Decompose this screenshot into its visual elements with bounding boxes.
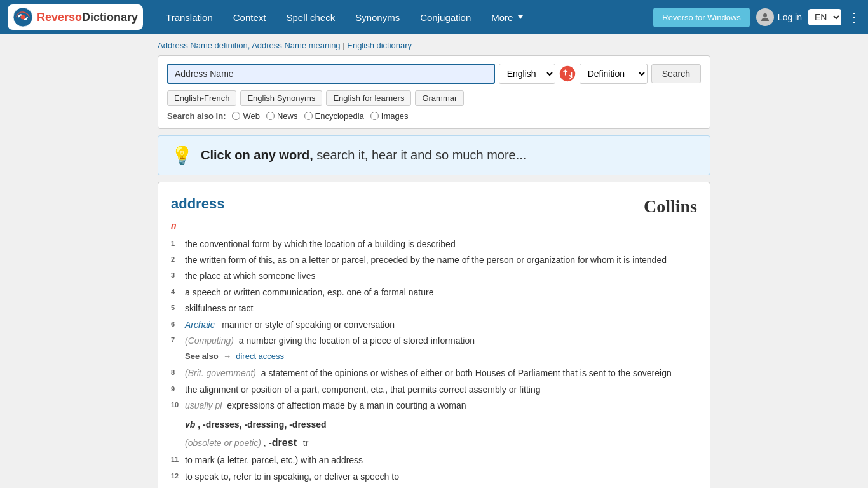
dict-btn-english-learners[interactable]: English for learners [326,90,411,106]
nav-translation[interactable]: Translation [156,0,223,34]
obs-label: (obsolete or poetic) [185,438,261,448]
def-item-7: 7 (Computing) a number giving the locati… [171,334,697,348]
breadcrumb-sep: | [342,41,344,50]
reverso-windows-button[interactable]: Reverso for Windows [653,8,750,27]
definition-type-dropdown[interactable]: Definition Translation [580,64,648,84]
def-item-5: 5 skilfulness or tact [171,301,697,315]
nav-links: Translation Context Spell check Synonyms… [156,0,653,34]
nav-context[interactable]: Context [223,0,276,34]
promo-icon: 💡 [171,145,193,166]
radio-web[interactable]: Web [232,111,260,121]
lang-selector[interactable]: EN [808,9,841,25]
verb-def-11: 11 to mark (a letter, parcel, etc.) with… [171,453,697,467]
nav-conjugation[interactable]: Conjugation [410,0,481,34]
vb-forms-obs: -drest [269,437,297,448]
word-title: address [171,193,697,215]
radio-images[interactable]: Images [370,111,409,121]
noun-definitions-list: 1 the conventional form by which the loc… [171,237,697,348]
logo-icon [13,7,33,27]
see-also: See also → direct access [185,350,697,363]
svg-point-2 [763,13,767,17]
chevron-down-icon [518,15,523,19]
main-content: Address Name definition, Address Name me… [148,34,720,488]
pos-label-noun: n [171,219,177,233]
login-area[interactable]: Log in [756,8,802,26]
dict-btn-grammar[interactable]: Grammar [415,90,464,106]
navbar: ReversoDictionary Translation Context Sp… [0,0,868,34]
search-row: English French Spanish Definition Transl… [167,64,701,84]
collins-badge: Collins [644,193,697,221]
def-item-1: 1 the conventional form by which the loc… [171,237,697,251]
breadcrumb-sub-link[interactable]: English dictionary [347,41,412,50]
vb-forms-main: , -dresses, -dressing, -dressed [198,419,326,430]
definition-card: Collins address n 1 the conventional for… [158,182,710,488]
dict-btn-english-french[interactable]: English-French [167,90,236,106]
def-item-6: 6 Archaic manner or style of speaking or… [171,318,697,332]
direct-access-link[interactable]: direct access [236,351,284,361]
search-button[interactable]: Search [651,64,701,83]
def-item-8: 8 (Brit. government) a statement of the … [171,366,697,380]
dict-btn-english-synonyms[interactable]: English Synonyms [240,90,322,106]
svg-point-3 [559,66,574,81]
noun-definitions-list-2: 8 (Brit. government) a statement of the … [171,366,697,412]
login-label[interactable]: Log in [778,12,802,22]
def-item-9: 9 the alignment or position of a part, c… [171,383,697,396]
def-item-2: 2 the written form of this, as on a lett… [171,253,697,267]
breadcrumb-main-link[interactable]: Address Name definition, Address Name me… [158,41,341,50]
three-dots-icon[interactable]: ⋮ [848,10,860,25]
breadcrumb: Address Name definition, Address Name me… [158,41,710,50]
swap-icon[interactable] [559,65,576,82]
obs-section: (obsolete or poetic) , -drest tr [185,435,697,451]
navbar-right: Reverso for Windows Log in EN ⋮ [653,8,860,27]
radio-news[interactable]: News [266,111,298,121]
logo[interactable]: ReversoDictionary [8,4,143,30]
def-item-10: 10 usually pl expressions of affection m… [171,398,697,412]
language-dropdown[interactable]: English French Spanish [499,64,555,84]
vb-section: vb , -dresses, -dressing, -dressed [185,417,697,431]
logo-text: ReversoDictionary [37,11,138,24]
search-also: Search also in: Web News Encyclopedia Im… [167,111,701,121]
vb-label: vb [185,419,195,430]
promo-banner: 💡 Click on any word, search it, hear it … [158,135,710,175]
def-item-3: 3 the place at which someone lives [171,269,697,283]
verb-definitions-list: 11 to mark (a letter, parcel, etc.) with… [171,453,697,488]
svg-point-1 [20,15,25,19]
verb-def-12: 12 to speak to, refer to in speaking, or… [171,470,697,484]
def-item-4: 4 a speech or written communication, esp… [171,285,697,299]
tr-label: tr [303,438,309,448]
radio-encyclopedia[interactable]: Encyclopedia [304,111,364,121]
nav-spellcheck[interactable]: Spell check [276,0,345,34]
search-input[interactable] [167,64,495,84]
promo-text: Click on any word, search it, hear it an… [201,148,526,163]
nav-more[interactable]: More [481,0,533,34]
nav-synonyms[interactable]: Synonyms [345,0,410,34]
search-box: English French Spanish Definition Transl… [158,55,710,129]
dict-buttons: English-French English Synonyms English … [167,90,701,106]
user-icon [756,8,774,26]
search-also-label: Search also in: [167,111,226,121]
verb-def-13: 13 used reflexively; foll by: to [171,485,697,488]
